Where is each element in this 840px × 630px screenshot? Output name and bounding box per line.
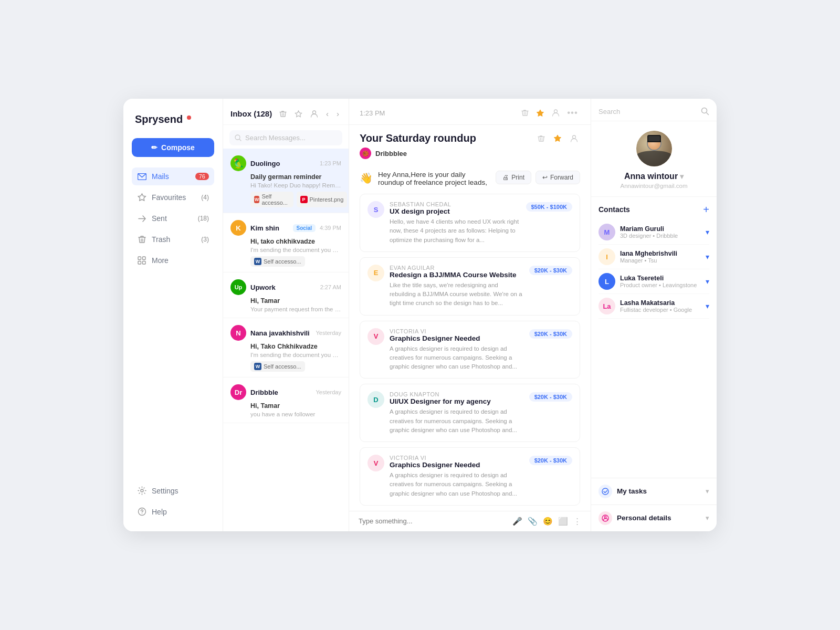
sidebar-item-more[interactable]: More xyxy=(132,251,214,269)
attachment-chip: P Pinterest.png xyxy=(297,192,348,207)
sidebar-item-trash[interactable]: Trash (3) xyxy=(132,230,214,248)
attachment-icon[interactable]: 📎 xyxy=(528,517,538,526)
sent-badge: (18) xyxy=(198,215,209,222)
compose-button[interactable]: ✏ Compose xyxy=(132,138,214,157)
forward-icon: ↩ xyxy=(542,174,548,181)
right-search-input[interactable] xyxy=(598,108,697,116)
favourites-badge: (4) xyxy=(201,194,209,201)
sidebar-item-mails[interactable]: Mails 76 xyxy=(132,167,214,185)
email-more-btn[interactable]: ••• xyxy=(565,107,580,119)
sender-name: Duolingo xyxy=(250,160,316,167)
contact-item[interactable]: I Iana Mghebrishvili Manager • Tsu ▾ xyxy=(598,245,709,269)
grid-icon xyxy=(137,256,146,265)
person-icon-btn[interactable] xyxy=(308,109,320,119)
job-card-content: Sebastian Chedal UX design project Hello… xyxy=(390,201,521,245)
sender-avatar: 🏀 xyxy=(360,148,371,159)
email-sender-name: Dribbblee xyxy=(375,150,407,158)
job-salary: $20K - $30K xyxy=(529,266,572,275)
contact-item[interactable]: L Luka Tsereteli Product owner • Leaving… xyxy=(598,269,709,294)
search-messages-input[interactable] xyxy=(245,134,337,142)
job-avatar: D xyxy=(368,391,384,408)
profile-section: Anna wintour ▾ Annawintour@gmail.com xyxy=(591,121,717,197)
job-desc: A graphics designer is required to desig… xyxy=(390,471,524,498)
app-logo: Sprysend xyxy=(132,113,214,125)
email-delete-btn[interactable] xyxy=(519,107,531,119)
job-card[interactable]: E EVAN AGUILAR Redesign a BJJ/MMA Course… xyxy=(360,257,580,316)
job-title: UX design project xyxy=(390,207,521,215)
job-card[interactable]: V Victoria Vi Graphics Designer Needed A… xyxy=(360,321,580,379)
job-desc: A graphics designer is required to desig… xyxy=(390,344,524,372)
list-item[interactable]: Dr Dribbble Yesterday Hi, Tamar you have… xyxy=(223,377,349,423)
settings-icon xyxy=(137,486,146,496)
list-item[interactable]: N Nana javakhishvili Yesterday Hi, Tako … xyxy=(223,318,349,377)
delete-icon-btn[interactable] xyxy=(277,109,289,119)
logo-dot xyxy=(187,116,191,120)
right-panel: Anna wintour ▾ Annawintour@gmail.com Con… xyxy=(591,99,717,531)
reply-input[interactable] xyxy=(359,517,507,525)
job-card[interactable]: V Victoria Vi Graphics Designer Needed A… xyxy=(360,447,580,506)
avatar: K xyxy=(230,220,246,236)
list-item[interactable]: K Kim shin Social 4:39 PM Hi, tako chkhi… xyxy=(223,213,349,272)
email-greeting: 👋 Hey Anna,Here is your daily roundup of… xyxy=(360,171,580,186)
help-icon xyxy=(137,507,146,517)
sidebar-item-settings[interactable]: Settings xyxy=(132,482,214,500)
contact-item[interactable]: La Lasha Makatsaria Fullistac developer … xyxy=(598,294,709,319)
mail-icon xyxy=(137,172,146,181)
print-label: Print xyxy=(511,174,524,181)
sidebar-item-help[interactable]: Help xyxy=(132,503,214,521)
template-icon[interactable]: ⬜ xyxy=(558,517,568,526)
email-subject: Your Saturday roundup xyxy=(360,132,531,144)
job-card[interactable]: D Doug Knapton UI/UX Designer for my age… xyxy=(360,384,580,442)
more-options-icon[interactable]: ⋮ xyxy=(573,517,581,526)
avatar: Dr xyxy=(230,384,246,400)
email-title-delete-btn[interactable] xyxy=(536,134,547,143)
star-icon-btn[interactable] xyxy=(292,109,304,119)
job-salary: $50K - $100K xyxy=(526,202,573,212)
mail-attachments: W Self accesso... P Pinterest.png xyxy=(250,192,341,207)
mail-subject: Daily german reminder xyxy=(250,173,341,181)
svg-point-11 xyxy=(573,135,576,139)
contact-role: Fullistac developer • Google xyxy=(620,307,701,313)
job-avatar: S xyxy=(368,201,384,218)
sidebar-item-sent[interactable]: Sent (18) xyxy=(132,209,214,227)
forward-button[interactable]: ↩ Forward xyxy=(536,171,580,184)
email-star-btn[interactable] xyxy=(534,107,547,119)
print-button[interactable]: 🖨 Print xyxy=(496,171,531,184)
doc-icon: W xyxy=(254,363,261,370)
microphone-icon[interactable]: 🎤 xyxy=(512,517,522,526)
contact-role: 3D designer • Dribbble xyxy=(620,233,701,239)
email-person-btn[interactable] xyxy=(550,107,562,119)
mail-preview: Your payment request from the bice... xyxy=(250,306,341,312)
job-card[interactable]: S Sebastian Chedal UX design project Hel… xyxy=(360,194,580,252)
contact-name: Iana Mghebrishvili xyxy=(620,250,701,257)
mail-time: 4:39 PM xyxy=(320,225,341,231)
svg-point-8 xyxy=(313,111,316,114)
emoji-icon[interactable]: 😊 xyxy=(543,517,553,526)
sidebar: Sprysend ✏ Compose Mails 76 Favourites (… xyxy=(123,99,223,531)
contact-item[interactable]: M Mariam Guruli 3D designer • Dribbble ▾ xyxy=(598,220,709,245)
add-contact-button[interactable]: + xyxy=(703,204,709,215)
sidebar-item-favourites[interactable]: Favourites (4) xyxy=(132,188,214,206)
mail-attachments: W Self accesso... xyxy=(250,361,341,372)
mail-time: Yesterday xyxy=(316,389,341,395)
chevron-left-btn[interactable]: ‹ xyxy=(324,108,331,119)
sender-name: Nana javakhishvili xyxy=(250,329,311,337)
contact-avatar: La xyxy=(598,298,615,314)
chevron-right-btn[interactable]: › xyxy=(334,108,341,119)
mail-list-header: Inbox (128) ‹ › xyxy=(223,99,349,125)
list-item[interactable]: Up Upwork 2:27 AM Hi, Tamar Your payment… xyxy=(223,272,349,318)
list-item[interactable]: 🦜 Duolingo 1:23 PM Daily german reminder… xyxy=(223,149,349,213)
email-title-star-btn[interactable] xyxy=(551,133,564,143)
avatar: N xyxy=(230,325,246,341)
sender-name: Dribbble xyxy=(250,388,311,396)
profile-dropdown-icon[interactable]: ▾ xyxy=(680,172,684,181)
email-view-header: 1:23 PM ••• xyxy=(349,99,591,125)
chevron-down-icon: ▾ xyxy=(706,228,709,236)
job-card-content: Doug Knapton UI/UX Designer for my agenc… xyxy=(390,391,524,435)
personal-details-accordion[interactable]: Personal details ▾ xyxy=(591,505,717,531)
email-timestamp: 1:23 PM xyxy=(360,109,514,117)
email-title-person-btn[interactable] xyxy=(568,134,580,143)
my-tasks-accordion[interactable]: My tasks ▾ xyxy=(591,478,717,505)
contact-name: Mariam Guruli xyxy=(620,225,701,233)
right-search xyxy=(591,99,717,121)
